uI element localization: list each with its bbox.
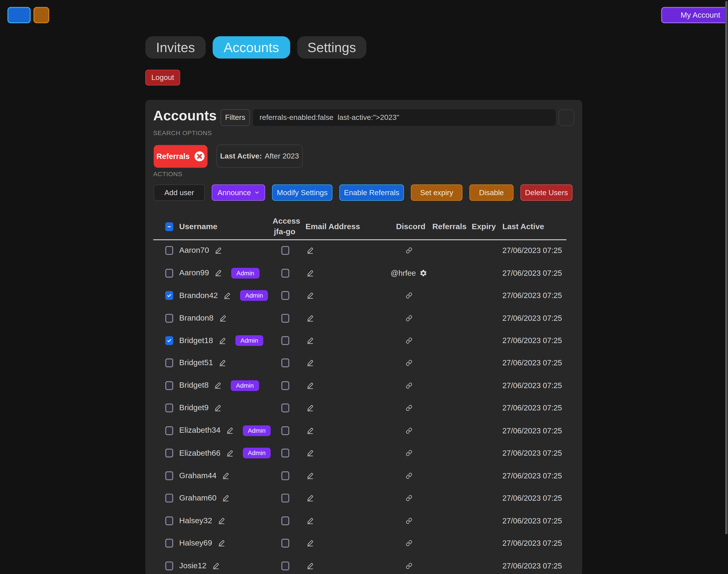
edit-email-icon[interactable] [307,247,314,254]
edit-email-icon[interactable] [307,314,314,322]
discord-link-icon[interactable] [406,495,412,501]
access-jfa-go-checkbox[interactable] [281,404,289,413]
my-account-button[interactable]: My Account [661,7,728,24]
row-select-checkbox[interactable] [165,561,173,570]
edit-username-icon[interactable] [214,404,222,412]
row-select-checkbox[interactable] [165,246,173,255]
access-jfa-go-checkbox[interactable] [281,269,289,278]
row-select-checkbox[interactable] [165,426,173,435]
discord-link-icon[interactable] [406,405,412,411]
edit-email-icon[interactable] [307,517,314,525]
username-cell: Elizabeth34Admin [179,425,271,436]
edit-email-icon[interactable] [307,404,314,412]
edit-email-icon[interactable] [307,562,314,570]
action-enable-referrals-button[interactable]: Enable Referrals [339,184,404,201]
action-modify-settings-button[interactable]: Modify Settings [272,184,332,201]
tab-invites[interactable]: Invites [145,36,206,58]
filters-button[interactable]: Filters [221,109,250,126]
discord-link-icon[interactable] [406,518,412,524]
access-jfa-go-checkbox[interactable] [281,494,289,502]
discord-link-icon[interactable] [406,360,412,366]
edit-username-icon[interactable] [215,269,222,277]
row-select-checkbox[interactable] [165,516,173,525]
access-jfa-go-checkbox[interactable] [281,336,289,345]
access-jfa-go-checkbox[interactable] [281,426,289,435]
access-jfa-go-checkbox[interactable] [281,516,289,525]
discord-link-icon[interactable] [406,450,412,456]
row-select-checkbox[interactable] [165,404,173,413]
select-all-checkbox[interactable] [165,222,173,231]
language-button[interactable] [7,7,31,24]
access-jfa-go-checkbox[interactable] [281,314,289,323]
access-jfa-go-checkbox[interactable] [281,539,289,547]
edit-email-icon[interactable] [307,337,314,344]
tab-accounts[interactable]: Accounts [213,36,290,58]
access-jfa-go-checkbox[interactable] [281,246,289,255]
access-jfa-go-checkbox[interactable] [281,291,289,300]
row-select-checkbox[interactable] [165,314,173,323]
access-jfa-go-checkbox[interactable] [281,449,289,458]
edit-username-icon[interactable] [219,314,227,322]
x-circle-icon[interactable] [194,150,205,162]
discord-link-icon[interactable] [406,473,412,479]
action-announce-button[interactable]: Announce [212,184,265,201]
tab-settings[interactable]: Settings [297,36,366,58]
filter-chip-referrals[interactable]: Referrals [154,145,208,168]
edit-username-icon[interactable] [215,247,222,254]
edit-username-icon[interactable] [212,562,220,570]
discord-link-icon[interactable] [406,427,412,434]
edit-email-icon[interactable] [307,472,314,480]
row-select-checkbox[interactable] [165,381,173,390]
edit-username-icon[interactable] [218,517,225,525]
discord-cell [406,495,412,501]
access-jfa-go-checkbox[interactable] [281,561,289,570]
edit-username-icon[interactable] [224,292,231,299]
edit-username-icon[interactable] [218,540,225,547]
logout-button[interactable]: Logout [145,70,180,86]
edit-username-icon[interactable] [222,495,230,502]
edit-username-icon[interactable] [222,472,230,480]
edit-email-icon[interactable] [307,449,314,457]
theme-toggle-button[interactable] [34,7,49,24]
discord-link-icon[interactable] [406,292,412,299]
row-select-checkbox[interactable] [165,494,173,502]
action-delete-users-button[interactable]: Delete Users [520,184,573,201]
edit-email-icon[interactable] [307,269,314,277]
search-input[interactable] [253,109,556,126]
row-select-checkbox[interactable] [165,269,173,278]
row-select-cell [165,269,173,278]
edit-username-icon[interactable] [226,427,234,435]
discord-link-icon[interactable] [406,315,412,321]
edit-username-icon[interactable] [226,449,234,457]
filter-chip-name: Last Active: [220,152,262,160]
edit-email-icon[interactable] [307,495,314,502]
discord-link-icon[interactable] [406,337,412,344]
row-select-checkbox[interactable] [165,472,173,480]
access-jfa-go-checkbox[interactable] [281,472,289,480]
clear-search-button[interactable] [558,109,575,126]
discord-link-icon[interactable] [406,540,412,546]
action-set-expiry-button[interactable]: Set expiry [411,184,463,201]
edit-email-icon[interactable] [307,427,314,435]
discord-link-icon[interactable] [406,382,412,389]
access-jfa-go-checkbox[interactable] [281,381,289,390]
edit-username-icon[interactable] [219,359,226,367]
edit-email-icon[interactable] [307,359,314,367]
discord-link-icon[interactable] [406,563,412,569]
row-select-checkbox[interactable] [165,359,173,368]
row-select-checkbox[interactable] [165,449,173,458]
row-select-checkbox[interactable] [165,291,173,300]
edit-username-icon[interactable] [214,382,222,390]
edit-username-icon[interactable] [219,337,226,344]
access-jfa-go-checkbox[interactable] [281,359,289,368]
discord-settings-icon[interactable] [420,269,427,277]
page-scrollbar[interactable] [725,1,727,534]
discord-link-icon[interactable] [406,247,412,254]
action-add-user-button[interactable]: Add user [154,184,205,201]
action-disable-button[interactable]: Disable [469,184,513,201]
edit-email-icon[interactable] [307,540,314,547]
row-select-checkbox[interactable] [165,539,173,547]
edit-email-icon[interactable] [307,382,314,390]
edit-email-icon[interactable] [307,292,314,299]
row-select-checkbox[interactable] [165,336,173,345]
